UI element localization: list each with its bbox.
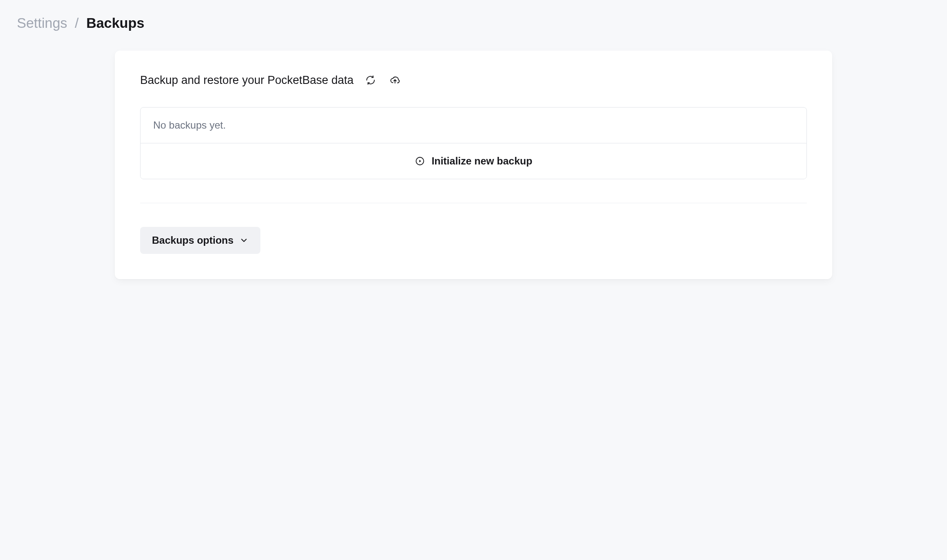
card-header-title: Backup and restore your PocketBase data — [140, 74, 354, 87]
backups-options-label: Backups options — [152, 234, 233, 246]
initialize-backup-label: Initialize new backup — [432, 155, 533, 167]
card-header: Backup and restore your PocketBase data — [140, 73, 807, 88]
backups-card: Backup and restore your PocketBase data — [115, 51, 832, 279]
backups-empty-message: No backups yet. — [141, 108, 806, 143]
breadcrumb-current: Backups — [86, 15, 144, 31]
breadcrumb: Settings / Backups — [17, 15, 930, 31]
initialize-backup-button[interactable]: Initialize new backup — [141, 143, 806, 179]
refresh-button[interactable] — [363, 73, 378, 88]
backups-options-button[interactable]: Backups options — [140, 227, 260, 254]
svg-marker-2 — [419, 160, 421, 162]
backups-list: No backups yet. Initialize new backup — [140, 107, 807, 179]
divider — [140, 203, 807, 203]
play-circle-icon — [415, 156, 425, 166]
breadcrumb-settings[interactable]: Settings — [17, 15, 67, 31]
upload-button[interactable] — [387, 73, 403, 88]
breadcrumb-separator: / — [75, 15, 78, 31]
chevron-down-icon — [239, 236, 249, 245]
loop-icon — [365, 75, 376, 85]
upload-cloud-icon — [390, 75, 400, 85]
